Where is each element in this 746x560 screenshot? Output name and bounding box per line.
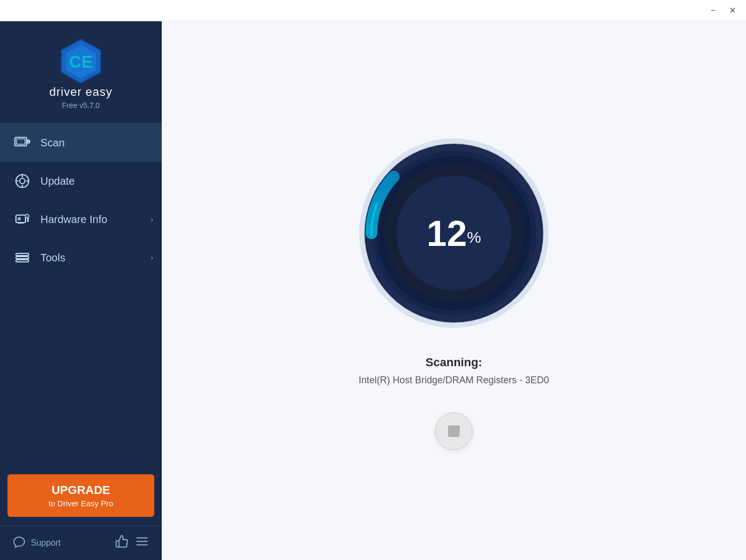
scan-progress-container: 12%	[353, 132, 555, 334]
hardware-info-chevron-icon: ›	[151, 215, 153, 224]
app-body: CE driver easy Free v5.7.0 Scan	[0, 21, 746, 560]
title-bar: − ✕	[0, 0, 746, 21]
sidebar: CE driver easy Free v5.7.0 Scan	[0, 21, 162, 560]
app-version: Free v5.7.0	[62, 101, 100, 110]
scanning-device: Intel(R) Host Bridge/DRAM Registers - 3E…	[359, 375, 549, 386]
app-logo-icon: CE	[57, 37, 105, 85]
sidebar-footer: Support	[0, 525, 162, 560]
scan-percentage: 12%	[427, 215, 481, 251]
stop-icon	[448, 425, 460, 437]
minimize-button[interactable]: −	[703, 3, 723, 18]
sidebar-item-update[interactable]: Update	[0, 162, 162, 200]
svg-rect-21	[16, 260, 29, 262]
svg-rect-19	[16, 253, 29, 256]
scan-percent-sign: %	[467, 228, 481, 245]
app-name: driver easy	[49, 85, 113, 99]
svg-point-14	[18, 218, 20, 220]
footer-icons	[115, 534, 149, 551]
upgrade-line1: UPGRADE	[18, 483, 144, 498]
svg-rect-4	[16, 139, 25, 144]
update-icon	[13, 171, 32, 191]
sidebar-item-scan[interactable]: Scan	[0, 123, 162, 162]
main-content: 12% Scanning: Intel(R) Host Bridge/DRAM …	[162, 21, 746, 560]
thumbs-up-icon[interactable]	[115, 534, 129, 551]
scan-percent-value: 12	[427, 213, 467, 253]
scanning-label: Scanning:	[426, 356, 482, 369]
chat-icon	[13, 536, 26, 550]
sidebar-item-tools[interactable]: Tools ›	[0, 238, 162, 277]
svg-rect-13	[16, 215, 26, 223]
close-button[interactable]: ✕	[723, 3, 742, 18]
svg-rect-16	[18, 223, 24, 224]
support-link[interactable]: Support	[13, 536, 61, 550]
hardware-icon: i	[13, 210, 32, 229]
svg-point-8	[20, 178, 25, 184]
tools-icon	[13, 248, 32, 267]
tools-chevron-icon: ›	[151, 253, 153, 262]
svg-text:CE: CE	[69, 52, 93, 71]
svg-rect-20	[16, 257, 29, 259]
sidebar-logo: CE driver easy Free v5.7.0	[0, 21, 162, 123]
scan-label: Scan	[40, 137, 65, 149]
upgrade-button[interactable]: UPGRADE to Driver Easy Pro	[7, 474, 154, 517]
stop-button[interactable]	[435, 413, 473, 450]
hardware-info-label: Hardware Info	[40, 213, 107, 226]
upgrade-line2: to Driver Easy Pro	[18, 498, 144, 509]
menu-icon[interactable]	[135, 534, 149, 551]
sidebar-nav: Scan Update	[0, 123, 162, 466]
update-label: Update	[40, 175, 75, 187]
tools-label: Tools	[40, 252, 65, 264]
scan-icon	[13, 133, 32, 152]
support-label: Support	[31, 538, 61, 548]
sidebar-item-hardware-info[interactable]: i Hardware Info ›	[0, 200, 162, 238]
